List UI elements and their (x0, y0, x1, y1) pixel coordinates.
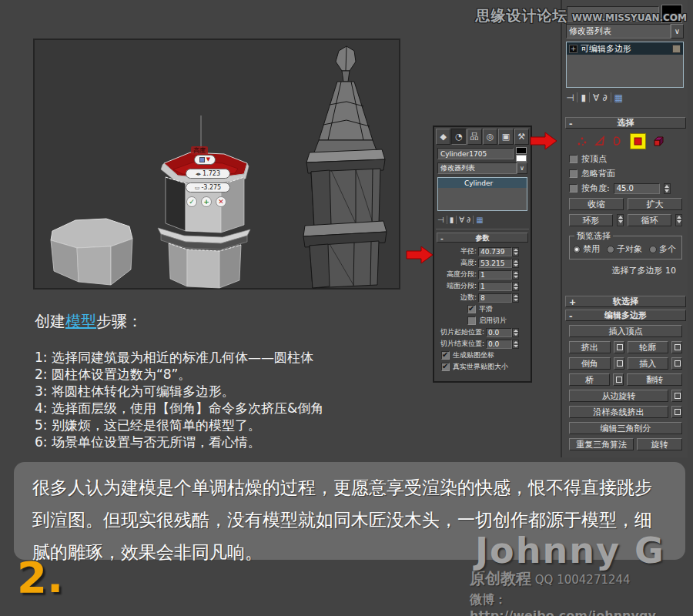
caddy-outline-spinner[interactable]: ▭ -3.275 (186, 182, 230, 192)
height-field[interactable]: 53.215 (478, 259, 512, 268)
preview-multi-radio[interactable] (649, 246, 657, 253)
loop-spinner[interactable] (675, 214, 682, 226)
soft-selection-rollout: + 软选择 (565, 296, 686, 307)
hinge-settings-button[interactable] (671, 390, 682, 402)
gen-mapping-checkbox[interactable] (441, 351, 450, 360)
remove-modifier-icon-right[interactable]: ∂ (602, 92, 607, 103)
bridge-button[interactable]: 桥 (569, 373, 610, 386)
soft-selection-rollout-header[interactable]: + 软选择 (565, 296, 686, 307)
hierarchy-tab-icon[interactable]: 品 (467, 129, 482, 145)
bevel-button[interactable]: 倒角 (569, 357, 611, 370)
cap-segs-spinner[interactable] (512, 282, 519, 291)
border-icon[interactable] (612, 136, 623, 146)
bridge-settings-button[interactable] (613, 373, 624, 386)
modify-tab-icon[interactable]: ◔ (451, 129, 466, 145)
extrude-along-spline-button[interactable]: 沿样条线挤出 (569, 406, 668, 418)
preview-subobject-radio[interactable] (607, 246, 614, 253)
spline-extrude-settings-button[interactable] (671, 406, 682, 418)
pin-stack-icon[interactable]: ⊣ (437, 216, 444, 224)
make-unique-icon-right[interactable]: ∀ (593, 92, 599, 103)
element-icon[interactable] (653, 136, 665, 147)
height-spinner[interactable] (512, 259, 519, 268)
real-world-checkbox[interactable] (441, 363, 450, 371)
outline-settings-button[interactable] (671, 341, 682, 353)
configure-modifier-sets-icon[interactable]: ▦ (476, 216, 483, 224)
ring-spinner[interactable] (617, 214, 624, 226)
by-vertex-checkbox[interactable] (569, 155, 578, 163)
object-name-field[interactable]: Cylinder1705 (437, 148, 514, 159)
motion-tab-icon[interactable]: ◎ (483, 129, 497, 145)
show-end-result-icon-right[interactable]: ▮ (581, 92, 586, 103)
grow-button[interactable]: 扩大 (628, 198, 682, 210)
slice-from-field[interactable]: 0.0 (486, 328, 512, 337)
extrude-button[interactable]: 挤出 (569, 341, 611, 353)
slice-from-spinner[interactable] (512, 328, 519, 337)
turn-button[interactable]: 旋转 (637, 438, 682, 450)
preview-disabled-option[interactable]: 禁用 (573, 243, 600, 255)
stack-onoff-icon[interactable] (672, 45, 681, 53)
stack-item-editable-poly[interactable]: + 可编辑多边形 (567, 42, 683, 55)
caddy-apply-continue-button[interactable]: + (201, 196, 212, 207)
inset-button[interactable]: 插入 (628, 357, 669, 370)
radius-field[interactable]: 40.739 (478, 247, 512, 256)
enable-slice-checkbox[interactable] (467, 316, 476, 325)
display-tab-icon[interactable]: ▣ (498, 129, 513, 145)
selection-rollout-header[interactable]: - 选择 (565, 117, 686, 129)
loop-button[interactable]: 循环 (628, 214, 671, 226)
flip-button[interactable]: 翻转 (627, 373, 682, 386)
modifier-list-dropdown[interactable]: 修改器列表 ∨ (437, 162, 527, 174)
retriangulate-button[interactable]: 重复三角算法 (569, 438, 634, 450)
slice-to-field[interactable]: 0.0 (486, 340, 512, 349)
show-end-result-icon[interactable]: ▮ (450, 216, 454, 224)
stack-item-cylinder[interactable]: Cylinder (438, 178, 527, 188)
slice-to-spinner[interactable] (512, 340, 519, 349)
modifier-stack-list-right[interactable]: + 可编辑多边形 (566, 42, 684, 88)
create-tab-icon[interactable]: ◆ (436, 129, 450, 145)
parameters-rollout-header[interactable]: - 参数 (437, 233, 528, 243)
angle-spinner[interactable] (664, 183, 671, 194)
expand-stack-icon[interactable]: + (569, 45, 578, 53)
configure-modifier-sets-icon-right[interactable]: ▦ (614, 92, 623, 103)
preview-multi-option[interactable]: 多个 (649, 243, 676, 255)
outline-button[interactable]: 轮廓 (628, 341, 669, 353)
angle-field[interactable]: 45.0 (614, 183, 660, 194)
inset-settings-button[interactable] (671, 357, 682, 370)
3d-viewport[interactable]: 高度 ▼ ◂▸ 1.723 ▭ -3.275 ✓ + ✕ (33, 38, 400, 290)
radius-spinner[interactable] (512, 247, 519, 256)
sides-spinner[interactable] (512, 293, 519, 303)
sides-field[interactable]: 8 (478, 293, 512, 303)
height-segs-spinner[interactable] (512, 270, 519, 280)
shrink-button[interactable]: 收缩 (569, 198, 624, 210)
modifier-stack-list[interactable]: Cylinder (437, 177, 527, 211)
caddy-cancel-button[interactable]: ✕ (216, 196, 226, 207)
object-color-swatch-black[interactable] (516, 147, 527, 154)
dropdown-arrow-icon[interactable]: ∨ (517, 162, 527, 174)
object-color-swatch-white[interactable] (516, 155, 527, 162)
insert-vertex-button[interactable]: 插入顶点 (569, 325, 682, 337)
edge-icon[interactable] (594, 136, 605, 146)
ring-button[interactable]: 环形 (569, 214, 613, 226)
bevel-settings-button[interactable] (614, 357, 624, 370)
cap-segs-field[interactable]: 1 (478, 282, 512, 291)
make-unique-icon[interactable]: ∀ (459, 216, 464, 224)
smooth-checkbox[interactable] (467, 305, 476, 313)
pin-stack-icon-right[interactable]: ⊣ (566, 92, 574, 103)
caddy-height-spinner[interactable]: ◂▸ 1.723 (186, 169, 230, 179)
hinge-from-edge-button[interactable]: 从边旋转 (569, 390, 668, 402)
ignore-backfacing-checkbox[interactable] (569, 169, 578, 178)
utilities-tab-icon[interactable]: ⚒ (514, 129, 529, 145)
vertex-icon[interactable] (577, 136, 588, 146)
preview-selection-group: 预览选择 禁用 子对象 多个 (569, 236, 682, 259)
polygon-icon-active[interactable] (630, 133, 646, 149)
caddy-mode-pill[interactable]: ▼ (194, 155, 216, 165)
height-segs-field[interactable]: 1 (478, 270, 512, 280)
edit-triangulation-button[interactable]: 编辑三角剖分 (569, 422, 682, 434)
panel-separator (436, 229, 529, 229)
remove-modifier-icon[interactable]: ∂ (467, 216, 470, 224)
extrude-settings-button[interactable] (614, 341, 624, 353)
caddy-apply-button[interactable]: ✓ (186, 196, 197, 207)
by-angle-checkbox[interactable] (569, 184, 578, 192)
preview-subobject-option[interactable]: 子对象 (607, 243, 642, 255)
edit-poly-rollout-header[interactable]: - 编辑多边形 (565, 310, 686, 321)
preview-disabled-radio[interactable] (573, 246, 581, 253)
